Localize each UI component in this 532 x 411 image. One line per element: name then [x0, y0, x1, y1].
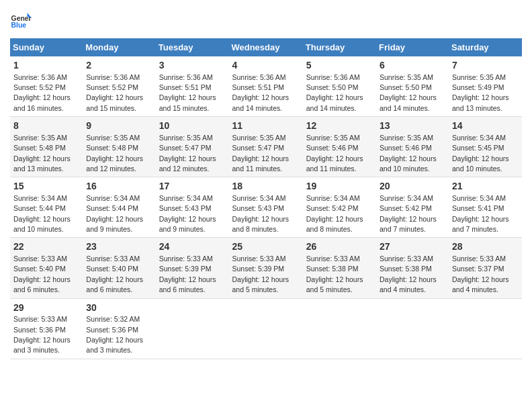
day-info: Sunrise: 5:36 AM Sunset: 5:50 PM Dayligh…: [306, 73, 363, 112]
day-number: 25: [232, 240, 299, 254]
day-number: 22: [13, 240, 79, 254]
day-info: Sunrise: 5:34 AM Sunset: 5:42 PM Dayligh…: [306, 194, 363, 233]
day-number: 8: [13, 120, 79, 133]
day-info: Sunrise: 5:33 AM Sunset: 5:39 PM Dayligh…: [159, 255, 216, 293]
day-number: 11: [232, 120, 299, 133]
day-info: Sunrise: 5:34 AM Sunset: 5:43 PM Dayligh…: [159, 194, 216, 233]
day-info: Sunrise: 5:35 AM Sunset: 5:50 PM Dayligh…: [380, 73, 437, 112]
day-info: Sunrise: 5:34 AM Sunset: 5:41 PM Dayligh…: [452, 194, 509, 233]
day-info: Sunrise: 5:35 AM Sunset: 5:47 PM Dayligh…: [159, 134, 216, 173]
day-number: 2: [86, 59, 152, 73]
day-number: 1: [13, 59, 79, 73]
day-header-monday: Monday: [83, 38, 155, 56]
week-row-1: 1Sunrise: 5:36 AM Sunset: 5:52 PM Daylig…: [10, 56, 522, 117]
day-number: 28: [452, 240, 519, 254]
day-number: 19: [306, 180, 373, 193]
day-number: 29: [13, 302, 79, 315]
day-number: 5: [306, 59, 373, 73]
day-header-sunday: Sunday: [10, 38, 83, 56]
day-header-tuesday: Tuesday: [156, 38, 229, 56]
day-info: Sunrise: 5:36 AM Sunset: 5:52 PM Dayligh…: [13, 73, 71, 112]
day-info: Sunrise: 5:36 AM Sunset: 5:52 PM Dayligh…: [86, 73, 143, 112]
day-info: Sunrise: 5:35 AM Sunset: 5:46 PM Dayligh…: [306, 134, 363, 173]
day-cell-5: 5Sunrise: 5:36 AM Sunset: 5:50 PM Daylig…: [303, 56, 376, 117]
day-number: 16: [86, 180, 152, 193]
day-info: Sunrise: 5:36 AM Sunset: 5:51 PM Dayligh…: [159, 73, 216, 112]
day-info: Sunrise: 5:34 AM Sunset: 5:42 PM Dayligh…: [380, 194, 437, 233]
day-info: Sunrise: 5:34 AM Sunset: 5:44 PM Dayligh…: [13, 194, 71, 233]
svg-text:Blue: Blue: [11, 21, 27, 29]
day-cell-13: 13Sunrise: 5:35 AM Sunset: 5:46 PM Dayli…: [376, 117, 449, 177]
week-row-4: 22Sunrise: 5:33 AM Sunset: 5:40 PM Dayli…: [10, 238, 522, 298]
day-number: 26: [306, 240, 373, 254]
day-cell-6: 6Sunrise: 5:35 AM Sunset: 5:50 PM Daylig…: [376, 56, 449, 117]
day-cell-21: 21Sunrise: 5:34 AM Sunset: 5:41 PM Dayli…: [449, 177, 522, 238]
day-number: 21: [452, 180, 519, 193]
day-cell-empty: [228, 298, 302, 359]
day-cell-2: 2Sunrise: 5:36 AM Sunset: 5:52 PM Daylig…: [83, 56, 155, 117]
day-number: 15: [13, 180, 79, 193]
day-cell-19: 19Sunrise: 5:34 AM Sunset: 5:42 PM Dayli…: [303, 177, 376, 238]
day-cell-27: 27Sunrise: 5:33 AM Sunset: 5:38 PM Dayli…: [376, 238, 449, 298]
day-cell-1: 1Sunrise: 5:36 AM Sunset: 5:52 PM Daylig…: [10, 56, 83, 117]
day-info: Sunrise: 5:33 AM Sunset: 5:40 PM Dayligh…: [13, 255, 71, 293]
day-cell-3: 3Sunrise: 5:36 AM Sunset: 5:51 PM Daylig…: [156, 56, 229, 117]
day-info: Sunrise: 5:34 AM Sunset: 5:44 PM Dayligh…: [86, 194, 143, 233]
day-info: Sunrise: 5:34 AM Sunset: 5:43 PM Dayligh…: [232, 194, 289, 233]
day-number: 14: [452, 120, 519, 133]
day-number: 27: [380, 240, 445, 254]
day-info: Sunrise: 5:33 AM Sunset: 5:36 PM Dayligh…: [13, 315, 71, 354]
day-header-thursday: Thursday: [303, 38, 376, 56]
day-number: 7: [452, 59, 519, 73]
day-number: 30: [86, 302, 152, 315]
day-info: Sunrise: 5:36 AM Sunset: 5:51 PM Dayligh…: [232, 73, 289, 112]
day-number: 6: [380, 59, 445, 73]
day-cell-9: 9Sunrise: 5:35 AM Sunset: 5:48 PM Daylig…: [83, 117, 155, 177]
day-cell-25: 25Sunrise: 5:33 AM Sunset: 5:39 PM Dayli…: [228, 238, 302, 298]
day-number: 12: [306, 120, 373, 133]
day-number: 24: [159, 240, 226, 254]
day-number: 20: [380, 180, 445, 193]
day-cell-18: 18Sunrise: 5:34 AM Sunset: 5:43 PM Dayli…: [228, 177, 302, 238]
day-cell-29: 29Sunrise: 5:33 AM Sunset: 5:36 PM Dayli…: [10, 298, 83, 359]
day-cell-24: 24Sunrise: 5:33 AM Sunset: 5:39 PM Dayli…: [156, 238, 229, 298]
day-info: Sunrise: 5:35 AM Sunset: 5:49 PM Dayligh…: [452, 73, 509, 112]
day-cell-22: 22Sunrise: 5:33 AM Sunset: 5:40 PM Dayli…: [10, 238, 83, 298]
day-cell-26: 26Sunrise: 5:33 AM Sunset: 5:38 PM Dayli…: [303, 238, 376, 298]
day-cell-20: 20Sunrise: 5:34 AM Sunset: 5:42 PM Dayli…: [376, 177, 449, 238]
day-cell-14: 14Sunrise: 5:34 AM Sunset: 5:45 PM Dayli…: [449, 117, 522, 177]
day-cell-10: 10Sunrise: 5:35 AM Sunset: 5:47 PM Dayli…: [156, 117, 229, 177]
day-cell-16: 16Sunrise: 5:34 AM Sunset: 5:44 PM Dayli…: [83, 177, 155, 238]
day-cell-30: 30Sunrise: 5:32 AM Sunset: 5:36 PM Dayli…: [83, 298, 155, 359]
day-cell-empty: [303, 298, 376, 359]
day-cell-empty: [449, 298, 522, 359]
day-info: Sunrise: 5:34 AM Sunset: 5:45 PM Dayligh…: [452, 134, 509, 173]
day-number: 23: [86, 240, 152, 254]
page-header: General Blue: [10, 10, 522, 32]
day-cell-8: 8Sunrise: 5:35 AM Sunset: 5:48 PM Daylig…: [10, 117, 83, 177]
day-cell-4: 4Sunrise: 5:36 AM Sunset: 5:51 PM Daylig…: [228, 56, 302, 117]
day-info: Sunrise: 5:35 AM Sunset: 5:46 PM Dayligh…: [380, 134, 437, 173]
day-info: Sunrise: 5:33 AM Sunset: 5:40 PM Dayligh…: [86, 255, 143, 293]
day-number: 9: [86, 120, 152, 133]
day-info: Sunrise: 5:33 AM Sunset: 5:39 PM Dayligh…: [232, 255, 289, 293]
day-info: Sunrise: 5:33 AM Sunset: 5:38 PM Dayligh…: [306, 255, 363, 293]
day-number: 13: [380, 120, 445, 133]
day-info: Sunrise: 5:35 AM Sunset: 5:47 PM Dayligh…: [232, 134, 289, 173]
logo: General Blue: [10, 10, 36, 32]
logo-icon: General Blue: [10, 10, 32, 32]
calendar-table: SundayMondayTuesdayWednesdayThursdayFrid…: [10, 38, 522, 359]
day-number: 3: [159, 59, 226, 73]
day-cell-23: 23Sunrise: 5:33 AM Sunset: 5:40 PM Dayli…: [83, 238, 155, 298]
day-cell-empty: [376, 298, 449, 359]
day-number: 4: [232, 59, 299, 73]
day-cell-empty: [156, 298, 229, 359]
day-info: Sunrise: 5:35 AM Sunset: 5:48 PM Dayligh…: [13, 134, 71, 173]
week-row-3: 15Sunrise: 5:34 AM Sunset: 5:44 PM Dayli…: [10, 177, 522, 238]
week-row-2: 8Sunrise: 5:35 AM Sunset: 5:48 PM Daylig…: [10, 117, 522, 177]
day-number: 10: [159, 120, 226, 133]
day-header-wednesday: Wednesday: [228, 38, 302, 56]
calendar-header: SundayMondayTuesdayWednesdayThursdayFrid…: [10, 38, 522, 56]
day-info: Sunrise: 5:32 AM Sunset: 5:36 PM Dayligh…: [86, 315, 143, 354]
day-cell-11: 11Sunrise: 5:35 AM Sunset: 5:47 PM Dayli…: [228, 117, 302, 177]
